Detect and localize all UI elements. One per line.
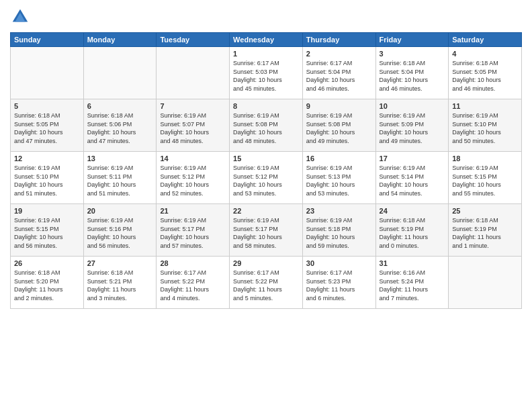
- day-info: Sunrise: 6:19 AM Sunset: 5:08 PM Dayligh…: [306, 111, 372, 145]
- calendar-cell: 15Sunrise: 6:19 AM Sunset: 5:12 PM Dayli…: [230, 152, 303, 204]
- calendar-cell: 4Sunrise: 6:18 AM Sunset: 5:05 PM Daylig…: [449, 47, 522, 99]
- day-info: Sunrise: 6:17 AM Sunset: 5:22 PM Dayligh…: [233, 269, 299, 302]
- day-number: 21: [160, 207, 226, 215]
- calendar-cell: 3Sunrise: 6:18 AM Sunset: 5:04 PM Daylig…: [375, 47, 449, 99]
- day-info: Sunrise: 6:17 AM Sunset: 5:23 PM Dayligh…: [306, 269, 372, 302]
- day-info: Sunrise: 6:18 AM Sunset: 5:04 PM Dayligh…: [380, 59, 445, 93]
- calendar-cell: 22Sunrise: 6:19 AM Sunset: 5:17 PM Dayli…: [230, 204, 303, 257]
- calendar-cell: 30Sunrise: 6:17 AM Sunset: 5:23 PM Dayli…: [302, 257, 375, 309]
- day-info: Sunrise: 6:18 AM Sunset: 5:19 PM Dayligh…: [452, 216, 518, 250]
- day-header-friday: Friday: [375, 33, 449, 47]
- day-number: 5: [14, 102, 80, 110]
- day-number: 29: [233, 259, 299, 267]
- day-header-monday: Monday: [83, 33, 157, 47]
- day-number: 6: [87, 102, 153, 110]
- day-info: Sunrise: 6:19 AM Sunset: 5:11 PM Dayligh…: [87, 164, 153, 197]
- calendar-cell: 19Sunrise: 6:19 AM Sunset: 5:15 PM Dayli…: [11, 204, 84, 257]
- calendar-cell: 24Sunrise: 6:18 AM Sunset: 5:19 PM Dayli…: [375, 204, 449, 257]
- day-number: 30: [306, 259, 372, 267]
- calendar-table: SundayMondayTuesdayWednesdayThursdayFrid…: [10, 32, 522, 309]
- day-info: Sunrise: 6:19 AM Sunset: 5:18 PM Dayligh…: [306, 216, 372, 250]
- calendar-cell: 31Sunrise: 6:16 AM Sunset: 5:24 PM Dayli…: [375, 257, 449, 309]
- day-number: 22: [233, 207, 299, 215]
- day-number: 9: [306, 102, 372, 110]
- calendar-cell: 6Sunrise: 6:18 AM Sunset: 5:06 PM Daylig…: [83, 99, 157, 152]
- day-number: 7: [160, 102, 226, 110]
- day-info: Sunrise: 6:19 AM Sunset: 5:17 PM Dayligh…: [160, 216, 226, 250]
- calendar-cell: 27Sunrise: 6:18 AM Sunset: 5:21 PM Dayli…: [83, 257, 157, 309]
- calendar-cell: 8Sunrise: 6:19 AM Sunset: 5:08 PM Daylig…: [230, 99, 303, 152]
- day-header-wednesday: Wednesday: [230, 33, 303, 47]
- day-info: Sunrise: 6:18 AM Sunset: 5:20 PM Dayligh…: [14, 269, 80, 302]
- calendar-cell: 21Sunrise: 6:19 AM Sunset: 5:17 PM Dayli…: [157, 204, 230, 257]
- calendar-cell: 5Sunrise: 6:18 AM Sunset: 5:05 PM Daylig…: [11, 99, 84, 152]
- day-info: Sunrise: 6:19 AM Sunset: 5:12 PM Dayligh…: [160, 164, 226, 197]
- day-number: 23: [306, 207, 372, 215]
- day-info: Sunrise: 6:19 AM Sunset: 5:10 PM Dayligh…: [14, 164, 80, 197]
- day-info: Sunrise: 6:19 AM Sunset: 5:15 PM Dayligh…: [14, 216, 80, 250]
- day-number: 31: [380, 259, 445, 267]
- calendar-cell: 16Sunrise: 6:19 AM Sunset: 5:13 PM Dayli…: [302, 152, 375, 204]
- day-info: Sunrise: 6:18 AM Sunset: 5:19 PM Dayligh…: [380, 216, 445, 250]
- day-number: 14: [160, 154, 226, 163]
- day-number: 15: [233, 154, 299, 163]
- calendar-cell: 12Sunrise: 6:19 AM Sunset: 5:10 PM Dayli…: [11, 152, 84, 204]
- calendar-cell: 28Sunrise: 6:17 AM Sunset: 5:22 PM Dayli…: [157, 257, 230, 309]
- week-row-5: 26Sunrise: 6:18 AM Sunset: 5:20 PM Dayli…: [11, 257, 522, 309]
- day-number: 17: [380, 154, 445, 163]
- logo-icon: [10, 7, 30, 27]
- day-info: Sunrise: 6:19 AM Sunset: 5:13 PM Dayligh…: [306, 164, 372, 197]
- week-row-1: 1Sunrise: 6:17 AM Sunset: 5:03 PM Daylig…: [11, 47, 522, 99]
- calendar-cell: 17Sunrise: 6:19 AM Sunset: 5:14 PM Dayli…: [375, 152, 449, 204]
- day-number: 3: [380, 50, 445, 58]
- day-number: 11: [452, 102, 518, 110]
- calendar-cell: 14Sunrise: 6:19 AM Sunset: 5:12 PM Dayli…: [157, 152, 230, 204]
- week-row-4: 19Sunrise: 6:19 AM Sunset: 5:15 PM Dayli…: [11, 204, 522, 257]
- day-info: Sunrise: 6:18 AM Sunset: 5:05 PM Dayligh…: [452, 59, 518, 93]
- day-number: 25: [452, 207, 518, 215]
- header-row: SundayMondayTuesdayWednesdayThursdayFrid…: [11, 33, 522, 47]
- day-info: Sunrise: 6:16 AM Sunset: 5:24 PM Dayligh…: [380, 269, 445, 302]
- day-info: Sunrise: 6:19 AM Sunset: 5:16 PM Dayligh…: [87, 216, 153, 250]
- week-row-2: 5Sunrise: 6:18 AM Sunset: 5:05 PM Daylig…: [11, 99, 522, 152]
- calendar-cell: [83, 47, 157, 99]
- day-number: 2: [306, 50, 372, 58]
- day-number: 20: [87, 207, 153, 215]
- day-info: Sunrise: 6:19 AM Sunset: 5:07 PM Dayligh…: [160, 111, 226, 145]
- day-number: 13: [87, 154, 153, 163]
- day-number: 28: [160, 259, 226, 267]
- day-number: 26: [14, 259, 80, 267]
- day-number: 10: [380, 102, 445, 110]
- calendar-cell: 13Sunrise: 6:19 AM Sunset: 5:11 PM Dayli…: [83, 152, 157, 204]
- calendar-page: SundayMondayTuesdayWednesdayThursdayFrid…: [0, 0, 532, 411]
- calendar-cell: [157, 47, 230, 99]
- calendar-cell: 20Sunrise: 6:19 AM Sunset: 5:16 PM Dayli…: [83, 204, 157, 257]
- day-number: 1: [233, 50, 299, 58]
- day-info: Sunrise: 6:19 AM Sunset: 5:12 PM Dayligh…: [233, 164, 299, 197]
- day-info: Sunrise: 6:18 AM Sunset: 5:06 PM Dayligh…: [87, 111, 153, 145]
- day-info: Sunrise: 6:19 AM Sunset: 5:10 PM Dayligh…: [452, 111, 518, 145]
- day-info: Sunrise: 6:19 AM Sunset: 5:15 PM Dayligh…: [452, 164, 518, 197]
- day-header-thursday: Thursday: [302, 33, 375, 47]
- day-header-saturday: Saturday: [449, 33, 522, 47]
- header: [10, 7, 522, 27]
- day-number: 18: [452, 154, 518, 163]
- day-info: Sunrise: 6:17 AM Sunset: 5:04 PM Dayligh…: [306, 59, 372, 93]
- day-number: 12: [14, 154, 80, 163]
- calendar-cell: 2Sunrise: 6:17 AM Sunset: 5:04 PM Daylig…: [302, 47, 375, 99]
- calendar-cell: 26Sunrise: 6:18 AM Sunset: 5:20 PM Dayli…: [11, 257, 84, 309]
- calendar-cell: 23Sunrise: 6:19 AM Sunset: 5:18 PM Dayli…: [302, 204, 375, 257]
- day-info: Sunrise: 6:19 AM Sunset: 5:17 PM Dayligh…: [233, 216, 299, 250]
- calendar-cell: 10Sunrise: 6:19 AM Sunset: 5:09 PM Dayli…: [375, 99, 449, 152]
- day-header-sunday: Sunday: [11, 33, 84, 47]
- week-row-3: 12Sunrise: 6:19 AM Sunset: 5:10 PM Dayli…: [11, 152, 522, 204]
- day-number: 4: [452, 50, 518, 58]
- day-info: Sunrise: 6:18 AM Sunset: 5:05 PM Dayligh…: [14, 111, 80, 145]
- calendar-cell: 9Sunrise: 6:19 AM Sunset: 5:08 PM Daylig…: [302, 99, 375, 152]
- calendar-cell: 1Sunrise: 6:17 AM Sunset: 5:03 PM Daylig…: [230, 47, 303, 99]
- day-number: 19: [14, 207, 80, 215]
- calendar-cell: 29Sunrise: 6:17 AM Sunset: 5:22 PM Dayli…: [230, 257, 303, 309]
- calendar-cell: [11, 47, 84, 99]
- day-info: Sunrise: 6:17 AM Sunset: 5:22 PM Dayligh…: [160, 269, 226, 302]
- day-info: Sunrise: 6:19 AM Sunset: 5:14 PM Dayligh…: [380, 164, 445, 197]
